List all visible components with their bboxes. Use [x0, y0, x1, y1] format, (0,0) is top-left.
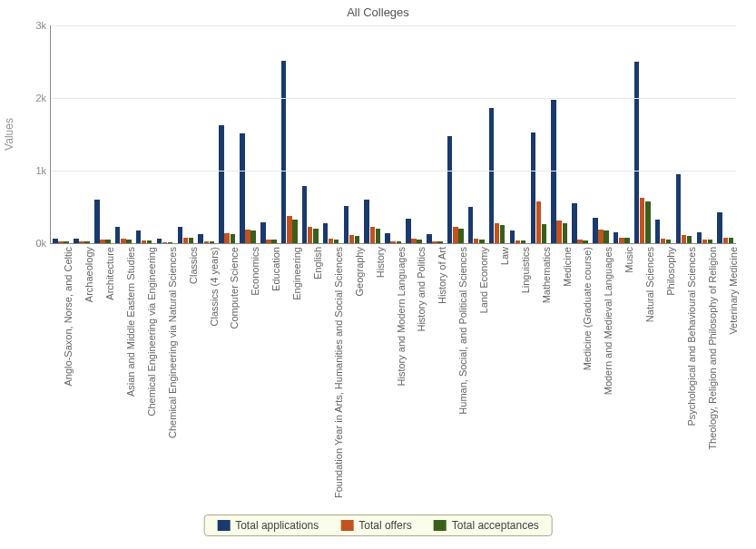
bar[interactable] [437, 241, 442, 243]
bar[interactable] [260, 222, 265, 243]
bar[interactable] [495, 223, 499, 243]
bar[interactable] [210, 241, 214, 243]
bar[interactable] [329, 239, 333, 243]
bar[interactable] [717, 212, 722, 243]
bar[interactable] [162, 242, 167, 243]
bar[interactable] [364, 200, 368, 243]
bar[interactable] [479, 240, 484, 243]
bar[interactable] [515, 240, 520, 243]
bar[interactable] [271, 240, 276, 243]
bar[interactable] [542, 224, 546, 243]
bar[interactable] [468, 207, 473, 243]
bar[interactable] [577, 240, 582, 243]
bar[interactable] [178, 227, 182, 243]
bar[interactable] [136, 230, 141, 243]
bar[interactable] [397, 241, 401, 243]
bar[interactable] [58, 241, 63, 243]
bar[interactable] [563, 223, 567, 243]
bar[interactable] [302, 186, 307, 243]
bar[interactable] [385, 233, 389, 243]
bar[interactable] [676, 174, 681, 243]
bar[interactable] [142, 240, 146, 243]
bar[interactable] [74, 239, 78, 243]
bar[interactable] [84, 241, 89, 243]
bar[interactable] [531, 132, 535, 243]
bar[interactable] [313, 229, 318, 243]
bar[interactable] [489, 108, 494, 243]
bar[interactable] [510, 230, 515, 243]
bar[interactable] [224, 233, 229, 243]
bar[interactable] [556, 221, 561, 243]
bar[interactable] [355, 236, 359, 243]
bar[interactable] [624, 238, 629, 243]
bar[interactable] [390, 241, 395, 243]
bar[interactable] [729, 238, 733, 243]
bar[interactable] [189, 238, 193, 243]
bar[interactable] [521, 240, 525, 243]
legend-item-offers[interactable]: Total offers [340, 519, 411, 532]
bar[interactable] [598, 230, 603, 243]
bar[interactable] [682, 235, 686, 243]
bar[interactable] [640, 198, 644, 243]
bar[interactable] [458, 229, 463, 243]
bar[interactable] [281, 61, 286, 243]
bar[interactable] [287, 216, 291, 243]
bar[interactable] [115, 227, 120, 243]
bar[interactable] [614, 232, 618, 243]
bar[interactable] [619, 238, 623, 243]
bar[interactable] [349, 235, 354, 243]
bar[interactable] [308, 227, 312, 243]
bar[interactable] [266, 240, 270, 243]
bar[interactable] [666, 240, 671, 243]
bar[interactable] [231, 234, 235, 243]
bar[interactable] [245, 230, 250, 243]
bar[interactable] [292, 220, 297, 243]
bar[interactable] [661, 239, 665, 243]
bar[interactable] [406, 219, 410, 243]
bar[interactable] [204, 241, 209, 243]
bar[interactable] [64, 241, 68, 243]
bar[interactable] [370, 227, 375, 243]
bar[interactable] [344, 206, 349, 243]
bar[interactable] [697, 232, 702, 243]
bar[interactable] [593, 218, 597, 243]
bar[interactable] [126, 240, 131, 243]
bar[interactable] [100, 240, 104, 243]
bar[interactable] [536, 201, 541, 243]
bar[interactable] [583, 240, 587, 243]
bar[interactable] [376, 229, 380, 243]
bar[interactable] [427, 234, 431, 243]
bar[interactable] [94, 200, 99, 243]
bar[interactable] [198, 234, 202, 243]
bar[interactable] [572, 203, 576, 243]
bar[interactable] [240, 133, 244, 243]
bar[interactable] [121, 239, 125, 243]
bar[interactable] [447, 136, 452, 243]
bar[interactable] [168, 242, 172, 243]
bar[interactable] [250, 230, 255, 243]
bar[interactable] [645, 201, 650, 243]
bar[interactable] [334, 240, 339, 243]
bar[interactable] [411, 239, 416, 243]
bar[interactable] [604, 230, 608, 243]
bar[interactable] [417, 240, 421, 243]
bar[interactable] [183, 238, 188, 243]
legend-item-applications[interactable]: Total applications [217, 519, 319, 532]
bar[interactable] [634, 62, 639, 243]
bar[interactable] [79, 241, 83, 243]
bar[interactable] [702, 240, 707, 243]
bar[interactable] [500, 225, 505, 243]
bar[interactable] [723, 238, 728, 243]
bar[interactable] [219, 125, 223, 243]
bar[interactable] [105, 240, 110, 243]
bar[interactable] [432, 241, 437, 243]
bar[interactable] [323, 223, 328, 243]
bar[interactable] [147, 240, 152, 243]
bar[interactable] [53, 239, 57, 243]
bar[interactable] [655, 220, 660, 243]
bar[interactable] [474, 239, 478, 243]
bar[interactable] [687, 236, 692, 243]
legend-item-acceptances[interactable]: Total acceptances [434, 519, 539, 532]
bar[interactable] [157, 239, 162, 243]
bar[interactable] [453, 227, 457, 243]
